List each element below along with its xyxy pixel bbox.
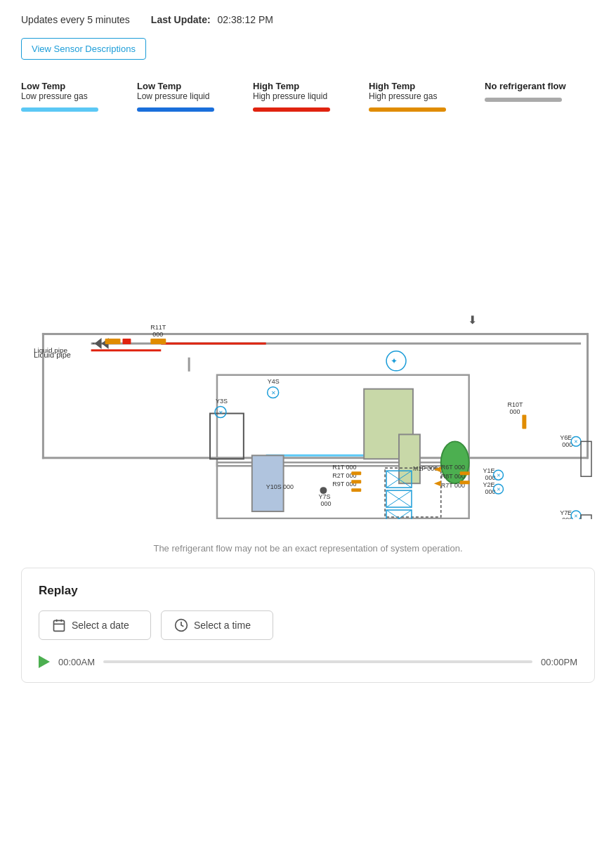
refrigerant-diagram: Liquid pipe High / low pressure gas pipe… xyxy=(21,126,595,519)
svg-text:Y7E: Y7E xyxy=(560,509,572,516)
legend-item-ht-gas: High Temp High pressure gas xyxy=(369,81,478,112)
svg-text:Y2E: Y2E xyxy=(483,481,495,488)
legend-item-lt-lp: Low Temp Low pressure gas xyxy=(21,81,130,112)
svg-text:M1F 000: M1F 000 xyxy=(413,465,438,472)
svg-text:✕: ✕ xyxy=(574,439,578,444)
replay-playbar: 00:00AM 00:00PM xyxy=(39,655,577,668)
svg-text:✦: ✦ xyxy=(391,356,398,366)
page-container: Updates every 5 minutes Last Update: 02:… xyxy=(0,0,616,843)
svg-rect-21 xyxy=(150,339,166,344)
legend-subtitle-ht-liq: High pressure liquid xyxy=(253,91,327,101)
legend-title-ht-gas: High Temp xyxy=(369,81,415,91)
legend-item-no-ref: No refrigerant flow xyxy=(485,81,594,102)
svg-text:Y10S 000: Y10S 000 xyxy=(266,483,294,490)
svg-text:000: 000 xyxy=(509,408,520,415)
svg-text:Y3S: Y3S xyxy=(216,398,228,405)
last-update-label-text: Last Update: xyxy=(151,14,211,25)
legend-subtitle-ht-gas: High pressure gas xyxy=(369,91,437,101)
legend-bar-ht-liq xyxy=(253,107,330,112)
replay-controls: Select a date Select a time xyxy=(39,610,577,640)
calendar-icon xyxy=(52,618,66,632)
view-sensor-descriptions-button[interactable]: View Sensor Descriptions xyxy=(21,38,146,60)
svg-rect-96 xyxy=(122,339,131,344)
header-row: Updates every 5 minutes Last Update: 02:… xyxy=(21,14,595,25)
legend-title-lt-lp: Low Temp xyxy=(21,81,65,91)
svg-rect-10 xyxy=(586,333,589,459)
legend-item-ht-liq: High Temp High pressure liquid xyxy=(253,81,362,112)
end-time-label: 00:00PM xyxy=(541,657,577,667)
svg-text:Y6E: Y6E xyxy=(560,434,572,441)
svg-text:Y1E: Y1E xyxy=(483,467,495,474)
svg-rect-95 xyxy=(105,339,121,344)
svg-text:⬇: ⬇ xyxy=(468,314,477,326)
legend-subtitle-lt-liq: Low pressure liquid xyxy=(137,91,209,101)
svg-rect-36 xyxy=(351,488,361,492)
svg-text:Y4S: Y4S xyxy=(268,378,280,385)
legend-bar-ht-gas xyxy=(369,107,446,112)
update-interval-text: Updates every 5 minutes xyxy=(21,14,130,25)
legend-subtitle-lt-lp: Low pressure gas xyxy=(21,91,88,101)
legend-item-lt-liq: Low Temp Low pressure liquid xyxy=(137,81,246,112)
svg-rect-72 xyxy=(522,415,526,429)
legend-bar-lt-lp xyxy=(21,107,98,112)
svg-text:✕: ✕ xyxy=(218,410,223,416)
svg-text:Y8E: Y8E xyxy=(145,518,157,519)
svg-point-44 xyxy=(320,487,327,494)
svg-rect-40 xyxy=(460,471,470,475)
diagram-container: Liquid pipe High / low pressure gas pipe… xyxy=(21,126,595,522)
progress-bar-track[interactable] xyxy=(103,660,532,663)
svg-rect-8 xyxy=(42,333,588,335)
legend-bar-lt-liq xyxy=(137,107,214,112)
svg-text:R11T: R11T xyxy=(150,324,166,331)
svg-rect-93 xyxy=(93,343,95,344)
last-update-time: 02:38:12 PM xyxy=(218,14,273,25)
svg-text:R10T: R10T xyxy=(507,401,523,408)
svg-rect-35 xyxy=(351,480,361,483)
replay-title: Replay xyxy=(39,584,577,598)
svg-text:Liquid pipe: Liquid pipe xyxy=(34,346,68,354)
play-icon xyxy=(39,655,50,668)
legend-bar-no-ref xyxy=(485,98,562,102)
play-button[interactable] xyxy=(39,655,50,668)
svg-rect-0 xyxy=(21,126,595,518)
svg-text:000: 000 xyxy=(152,331,163,338)
svg-rect-34 xyxy=(351,471,361,475)
svg-rect-11 xyxy=(42,457,588,459)
select-time-button[interactable]: Select a time xyxy=(161,610,273,640)
svg-text:R6T 000: R6T 000 xyxy=(441,464,465,471)
legend-row: Low Temp Low pressure gas Low Temp Low p… xyxy=(21,81,595,112)
svg-text:✕: ✕ xyxy=(497,487,501,492)
svg-text:R1T 000: R1T 000 xyxy=(332,464,356,471)
svg-text:✕: ✕ xyxy=(271,390,276,396)
svg-text:000: 000 xyxy=(320,500,331,507)
last-update-label: Last Update: 02:38:12 PM xyxy=(151,14,273,25)
svg-text:✕: ✕ xyxy=(574,514,578,518)
legend-title-ht-liq: High Temp xyxy=(253,81,299,91)
clock-icon xyxy=(174,618,188,632)
legend-title-lt-liq: Low Temp xyxy=(137,81,181,91)
svg-text:✕: ✕ xyxy=(497,473,501,478)
disclaimer-text: The refrigerant flow may not be an exact… xyxy=(21,543,595,554)
svg-rect-41 xyxy=(460,481,470,484)
svg-text:Y7S: Y7S xyxy=(318,493,330,500)
select-date-label: Select a date xyxy=(72,620,129,631)
replay-section: Replay Select a date Select a time xyxy=(21,568,595,683)
svg-rect-113 xyxy=(54,620,65,631)
start-time-label: 00:00AM xyxy=(58,657,95,667)
select-date-button[interactable]: Select a date xyxy=(39,610,151,640)
svg-rect-18 xyxy=(399,434,420,483)
select-time-label: Select a time xyxy=(194,620,251,631)
legend-title-no-ref: No refrigerant flow xyxy=(485,81,566,91)
